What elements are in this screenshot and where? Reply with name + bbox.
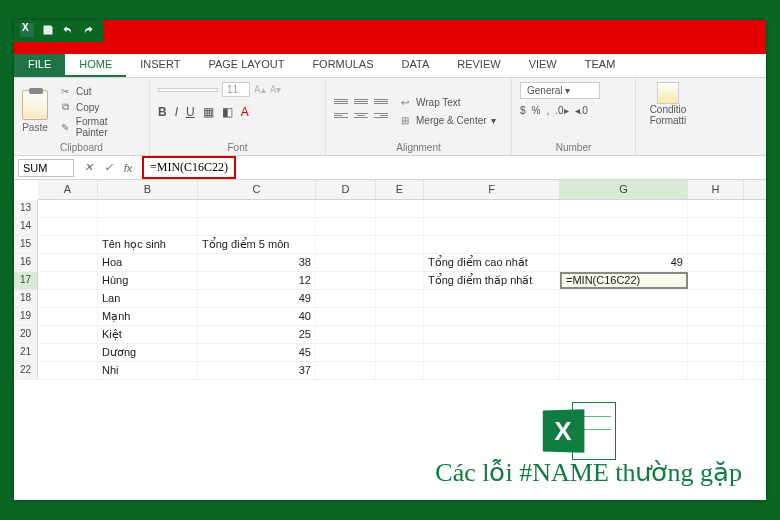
col-header-c[interactable]: C (198, 180, 316, 199)
tab-formulas[interactable]: FORMULAS (298, 54, 387, 77)
row-header[interactable]: 21 (14, 344, 38, 361)
cell-G20[interactable] (560, 326, 688, 343)
cell-H21[interactable] (688, 344, 744, 361)
cell-G17[interactable]: =MIN(C16C22)MIN(number1, [number2], ...) (560, 272, 688, 289)
italic-button[interactable]: I (175, 105, 178, 119)
bold-button[interactable]: B (158, 105, 167, 119)
cell-H17[interactable] (688, 272, 744, 289)
align-right-icon[interactable] (374, 113, 388, 123)
currency-button[interactable]: $ (520, 105, 526, 116)
fill-color-button[interactable]: ◧ (222, 105, 233, 119)
cell-D13[interactable] (316, 200, 376, 217)
percent-button[interactable]: % (532, 105, 541, 116)
cell-E16[interactable] (376, 254, 424, 271)
cell-G22[interactable] (560, 362, 688, 379)
cell-B17[interactable]: Hùng (98, 272, 198, 289)
cell-C13[interactable] (198, 200, 316, 217)
comma-button[interactable]: , (546, 105, 549, 116)
copy-button[interactable]: ⧉Copy (58, 100, 141, 114)
col-header-e[interactable]: E (376, 180, 424, 199)
cell-F13[interactable] (424, 200, 560, 217)
cell-C22[interactable]: 37 (198, 362, 316, 379)
row-header[interactable]: 22 (14, 362, 38, 379)
font-color-button[interactable]: A (241, 105, 249, 119)
align-left-icon[interactable] (334, 113, 348, 123)
cell-E15[interactable] (376, 236, 424, 253)
tab-team[interactable]: TEAM (571, 54, 630, 77)
cell-C14[interactable] (198, 218, 316, 235)
cell-B15[interactable]: Tên học sinh (98, 236, 198, 253)
tab-data[interactable]: DATA (388, 54, 444, 77)
worksheet[interactable]: A B C D E F G H 131415Tên học sinhTổng đ… (14, 180, 766, 380)
cell-C16[interactable]: 38 (198, 254, 316, 271)
cell-H13[interactable] (688, 200, 744, 217)
cell-D14[interactable] (316, 218, 376, 235)
cell-B13[interactable] (98, 200, 198, 217)
cell-E13[interactable] (376, 200, 424, 217)
col-header-f[interactable]: F (424, 180, 560, 199)
cell-F22[interactable] (424, 362, 560, 379)
decrease-font-icon[interactable]: A▾ (270, 84, 282, 95)
border-button[interactable]: ▦ (203, 105, 214, 119)
increase-decimal-icon[interactable]: .0▸ (555, 105, 568, 116)
qat-save[interactable] (42, 24, 54, 36)
cell-G15[interactable] (560, 236, 688, 253)
cell-E18[interactable] (376, 290, 424, 307)
cell-B14[interactable] (98, 218, 198, 235)
cell-D21[interactable] (316, 344, 376, 361)
align-center-icon[interactable] (354, 113, 368, 123)
cell-H18[interactable] (688, 290, 744, 307)
cell-F14[interactable] (424, 218, 560, 235)
col-header-g[interactable]: G (560, 180, 688, 199)
row-header[interactable]: 16 (14, 254, 38, 271)
cell-E20[interactable] (376, 326, 424, 343)
qat-redo[interactable] (82, 24, 94, 36)
cell-E17[interactable] (376, 272, 424, 289)
cell-A20[interactable] (38, 326, 98, 343)
cell-F16[interactable]: Tổng điểm cao nhất (424, 254, 560, 271)
cell-C21[interactable]: 45 (198, 344, 316, 361)
decrease-decimal-icon[interactable]: ◂.0 (575, 105, 588, 116)
cell-F17[interactable]: Tổng điểm thấp nhất (424, 272, 560, 289)
col-header-b[interactable]: B (98, 180, 198, 199)
cell-F21[interactable] (424, 344, 560, 361)
cell-B16[interactable]: Hoa (98, 254, 198, 271)
tab-page-layout[interactable]: PAGE LAYOUT (194, 54, 298, 77)
row-header[interactable]: 19 (14, 308, 38, 325)
cell-D17[interactable] (316, 272, 376, 289)
conditional-formatting-button[interactable]: Conditio Formatti (644, 82, 692, 126)
row-header[interactable]: 18 (14, 290, 38, 307)
increase-font-icon[interactable]: A▴ (254, 84, 266, 95)
fx-icon[interactable]: fx (118, 162, 138, 174)
cell-B19[interactable]: Mạnh (98, 308, 198, 325)
font-size-select[interactable]: 11 (222, 82, 250, 97)
wrap-text-button[interactable]: ↩Wrap Text (398, 95, 496, 109)
row-header[interactable]: 13 (14, 200, 38, 217)
cell-C20[interactable]: 25 (198, 326, 316, 343)
accept-formula-icon[interactable]: ✓ (98, 161, 118, 174)
cell-D22[interactable] (316, 362, 376, 379)
cell-B21[interactable]: Dương (98, 344, 198, 361)
cell-H15[interactable] (688, 236, 744, 253)
cell-E22[interactable] (376, 362, 424, 379)
cell-F19[interactable] (424, 308, 560, 325)
cell-A19[interactable] (38, 308, 98, 325)
cell-H14[interactable] (688, 218, 744, 235)
cell-A21[interactable] (38, 344, 98, 361)
cell-C15[interactable]: Tổng điểm 5 môn (198, 236, 316, 253)
cell-E19[interactable] (376, 308, 424, 325)
cell-B20[interactable]: Kiệt (98, 326, 198, 343)
cell-B22[interactable]: Nhi (98, 362, 198, 379)
align-middle-icon[interactable] (354, 99, 368, 109)
cell-A22[interactable] (38, 362, 98, 379)
row-header[interactable]: 14 (14, 218, 38, 235)
row-header[interactable]: 15 (14, 236, 38, 253)
cell-A15[interactable] (38, 236, 98, 253)
cell-G16[interactable]: 49 (560, 254, 688, 271)
col-header-d[interactable]: D (316, 180, 376, 199)
cell-H16[interactable] (688, 254, 744, 271)
tab-insert[interactable]: INSERT (126, 54, 194, 77)
cell-A13[interactable] (38, 200, 98, 217)
align-bottom-icon[interactable] (374, 99, 388, 109)
cell-A18[interactable] (38, 290, 98, 307)
